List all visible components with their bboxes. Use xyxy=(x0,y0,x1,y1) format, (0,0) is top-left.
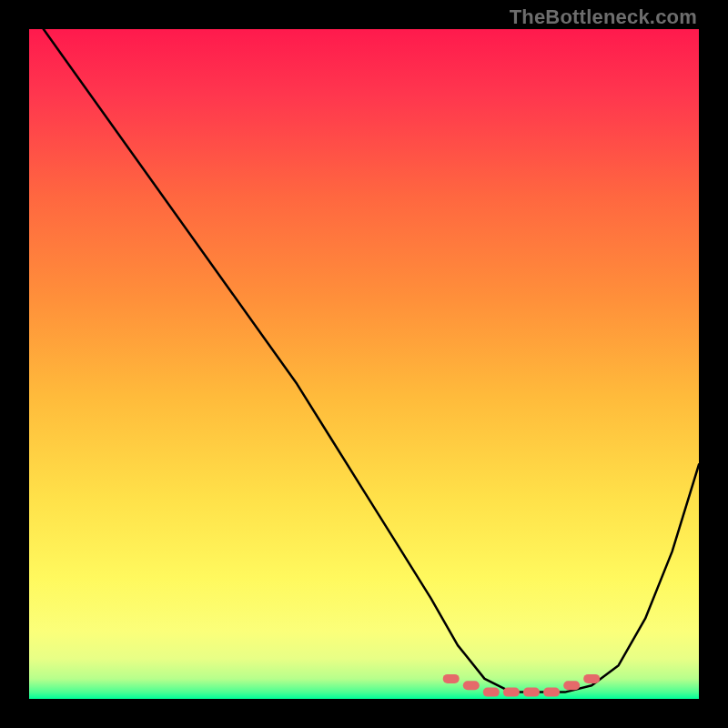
watermark-text: TheBottleneck.com xyxy=(510,5,697,29)
plot-area xyxy=(29,29,699,699)
chart-frame: TheBottleneck.com xyxy=(0,0,728,728)
heat-gradient-background xyxy=(29,29,699,699)
